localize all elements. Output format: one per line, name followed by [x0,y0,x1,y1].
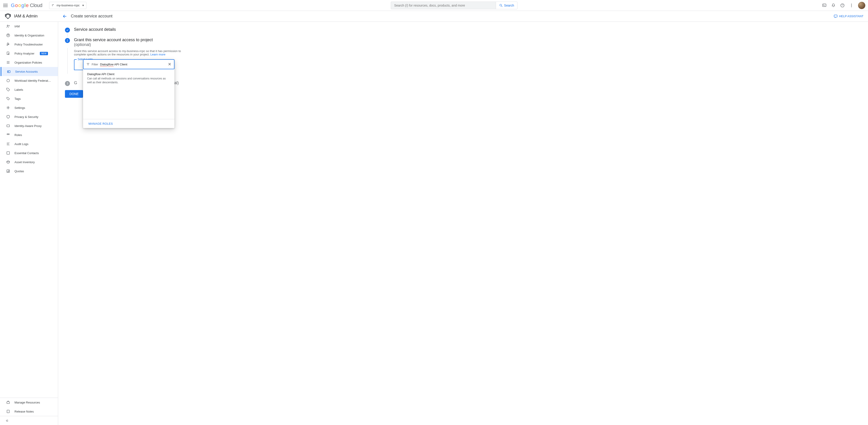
search-icon [499,4,503,7]
role-filter-row: Filter Dialogflow API Client ✕ [83,59,175,69]
sidebar-item-iam[interactable]: IAM [0,22,58,31]
search-input[interactable] [391,2,496,9]
sidebar-item-label: Manage Resources [14,401,40,404]
google-cloud-logo[interactable]: Google Cloud [11,2,42,8]
section-bar: IAM & Admin Create service account HELP … [0,11,868,22]
sidebar-item-workload-identity[interactable]: Workload Identity Federat… [0,76,58,85]
logs-icon [6,142,10,146]
svg-point-21 [7,79,9,82]
hamburger-menu-icon[interactable] [3,3,8,8]
sidebar-item-asset-inventory[interactable]: Asset Inventory [0,157,58,166]
done-button[interactable]: DONE [65,90,83,98]
sidebar-item-org-policies[interactable]: Organization Policies [0,58,58,67]
sidebar-collapse-button[interactable] [0,416,58,425]
sidebar-item-label: Labels [14,88,23,91]
sidebar-item-policy-troubleshooter[interactable]: Policy Troubleshooter [0,40,58,49]
svg-point-20 [8,71,9,72]
role-result-item[interactable]: Dialogflow API Client Can call all metho… [83,69,175,119]
sidebar-item-service-accounts[interactable]: Service Accounts [0,67,58,76]
page-title: Create service account [71,14,113,19]
sidebar-item-privacy-security[interactable]: Privacy & Security [0,112,58,121]
logo-cloud-text: Cloud [30,2,42,8]
role-filter-input[interactable]: Dialogflow API Client [100,63,166,66]
svg-point-16 [8,34,9,35]
project-picker[interactable]: my-business-rcpc ▾ [49,2,87,9]
svg-point-3 [500,4,501,6]
sidebar: IAM Identity & Organization Policy Troub… [0,22,58,425]
iam-admin-shield-icon [5,13,11,19]
search-bar: Search [391,2,518,9]
svg-text:?: ? [842,4,843,6]
role-dropdown: Filter Dialogflow API Client ✕ Dialogflo… [83,59,175,128]
top-bar: Google Cloud my-business-rcpc ▾ Search ? [0,0,868,11]
svg-point-12 [851,6,852,7]
topbar-right: ? [822,2,865,9]
gear-icon [6,105,10,110]
svg-point-10 [851,4,852,4]
svg-point-0 [52,4,53,5]
sidebar-item-audit-logs[interactable]: Audit Logs [0,140,58,148]
person-add-icon [6,24,10,29]
sidebar-item-roles[interactable]: Roles [0,130,58,140]
step-2-header: 2 Grant this service account access to p… [65,37,861,47]
chat-icon [834,14,838,18]
sidebar-item-label: Settings [14,106,25,110]
svg-point-2 [52,5,53,6]
cloud-shell-icon[interactable] [822,3,827,8]
more-vert-icon[interactable] [849,3,854,8]
role-row: Select a role IAM condition (optional) ?… [74,59,192,70]
sidebar-item-label: Roles [14,133,22,137]
sidebar-item-iap[interactable]: Identity-Aware Proxy [0,121,58,130]
sidebar-item-manage-resources[interactable]: Manage Resources [0,398,58,407]
step-2-badge: 2 [65,38,70,43]
security-icon [6,115,10,119]
manage-roles-button[interactable]: MANAGE ROLES [89,122,113,125]
list-icon [6,60,10,65]
product-header: IAM & Admin [0,11,58,22]
help-assistant-button[interactable]: HELP ASSISTANT [834,14,864,18]
notifications-icon[interactable] [831,3,836,8]
sidebar-item-release-notes[interactable]: Release Notes [0,407,58,416]
svg-point-25 [8,134,9,135]
dropdown-arrow-icon: ▾ [82,4,84,7]
svg-rect-13 [834,15,837,17]
svg-point-18 [8,54,9,55]
svg-rect-5 [823,4,826,6]
main-content: Service account details 2 Grant this ser… [58,22,868,425]
step-3-title-visible-start: G [74,81,77,85]
svg-point-24 [7,134,8,135]
sidebar-item-label: Policy Troubleshooter [14,43,43,46]
sidebar-item-quotas[interactable]: Quotas [0,166,58,176]
sidebar-item-label: Essential Contacts [14,151,39,155]
sidebar-item-policy-analyzer[interactable]: Policy Analyzer NEW [0,49,58,58]
sidebar-item-essential-contacts[interactable]: Essential Contacts [0,148,58,157]
project-name: my-business-rcpc [57,4,80,7]
account-avatar[interactable] [858,2,865,9]
clear-filter-icon[interactable]: ✕ [168,62,171,67]
sidebar-item-label: Identity & Organization [14,34,44,37]
help-assistant-label: HELP ASSISTANT [839,14,864,18]
step-2-optional: (optional) [74,42,153,47]
back-arrow-icon[interactable] [62,14,67,19]
sidebar-item-settings[interactable]: Settings [0,103,58,112]
new-badge: NEW [40,52,48,55]
svg-point-11 [851,5,852,6]
role-result-title: Dialogflow API Client [87,72,170,76]
sidebar-item-label: Privacy & Security [14,115,38,119]
help-icon[interactable]: ? [840,3,845,8]
sidebar-item-label: Audit Logs [14,142,28,146]
sidebar-item-identity-org[interactable]: Identity & Organization [0,31,58,40]
svg-rect-17 [7,52,9,55]
sidebar-item-label: IAM [14,25,20,28]
learn-more-link[interactable]: Learn more [150,53,165,56]
step-1-done-icon [65,28,70,33]
search-button-label: Search [504,4,514,7]
person-circle-icon [6,33,10,37]
search-button[interactable]: Search [496,2,518,9]
wrench-icon [6,42,10,47]
federation-icon [6,78,10,83]
sidebar-item-labels[interactable]: Labels [0,85,58,94]
step-3-badge: 3 [65,81,70,86]
sidebar-item-tags[interactable]: Tags [0,94,58,103]
sidebar-item-label: Workload Identity Federat… [14,79,51,82]
